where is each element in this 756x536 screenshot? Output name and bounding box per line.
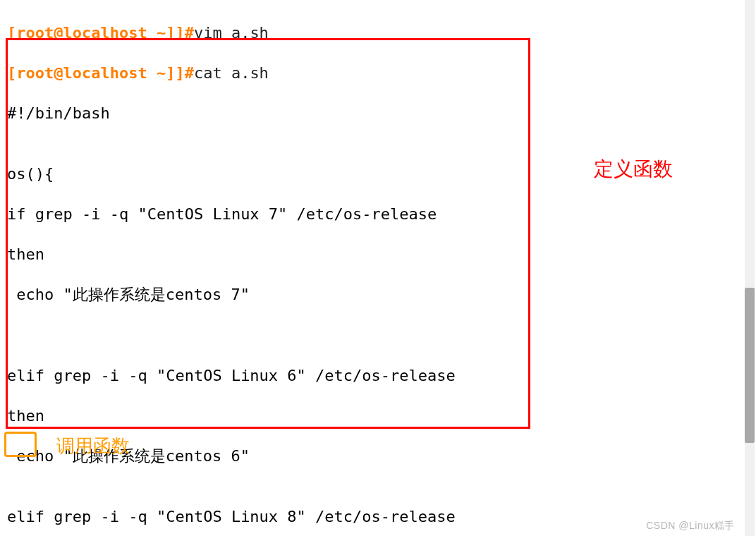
script-line: elif grep -i -q "CentOS Linux 8" /etc/os… [7, 507, 749, 528]
script-line: echo "此操作系统是centos 7" [7, 285, 749, 305]
shell-prompt: [root@localhost ~]]# [7, 64, 194, 82]
script-line: then [7, 406, 749, 427]
scrollbar-track[interactable] [745, 0, 755, 536]
script-line: #!/bin/bash [7, 104, 749, 124]
shell-prompt: [root@localhost ~]]# [7, 24, 194, 42]
annotation-call-function: 调用函数 [56, 434, 130, 458]
scrollbar-thumb[interactable] [745, 288, 755, 443]
watermark-text: CSDN @Linux糕手 [646, 519, 735, 532]
script-line: elif grep -i -q "CentOS Linux 6" /etc/os… [7, 366, 749, 386]
script-line: then [7, 245, 749, 265]
script-line: if grep -i -q "CentOS Linux 7" /etc/os-r… [7, 205, 749, 225]
command-vim: vim a.sh [194, 24, 269, 42]
annotation-define-function: 定义函数 [594, 157, 673, 182]
command-cat: cat a.sh [194, 64, 269, 82]
